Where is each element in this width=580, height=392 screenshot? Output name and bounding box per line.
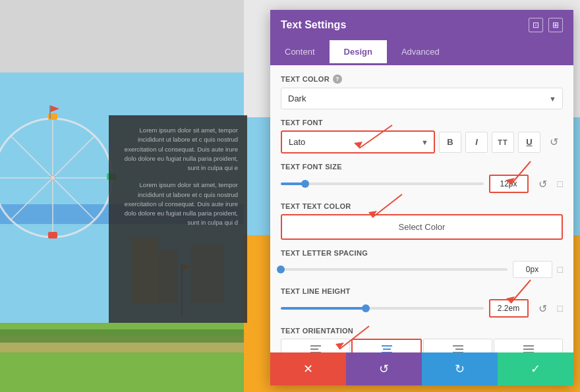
line-height-fill	[281, 307, 366, 310]
letter-spacing-thumb[interactable]	[277, 266, 285, 273]
line-height-track[interactable]	[281, 307, 484, 310]
font-family-select[interactable]: Lato Open Sans Roboto	[281, 130, 435, 154]
line-height-thumb[interactable]	[362, 304, 370, 312]
panel-body: Text Color ? Dark Light Custom ▼ Text Fo…	[270, 65, 573, 352]
bottom-bar: ✕ ↺ ↻ ✓	[270, 352, 573, 385]
text-letter-spacing-label: Text Letter Spacing	[281, 249, 563, 257]
text-line-height-label: Text Line Height	[281, 287, 563, 295]
text-orientation-label: Text Orientation	[281, 327, 563, 335]
svg-rect-25	[382, 345, 392, 347]
letter-spacing-input[interactable]	[513, 261, 552, 278]
text-font-row: Text Font Lato Open Sans Roboto ▼ B I TT…	[281, 119, 563, 154]
svg-rect-32	[523, 349, 534, 350]
text-color-select[interactable]: Dark Light Custom	[281, 88, 563, 109]
font-size-input[interactable]	[489, 175, 529, 193]
line-height-reset-button[interactable]: ↺	[534, 299, 552, 318]
font-size-reset-button[interactable]: ↺	[534, 175, 552, 193]
orient-left-button[interactable]	[281, 339, 350, 352]
svg-rect-14	[49, 105, 51, 119]
panel-header: Text Settings ⊡ ⊞	[270, 10, 573, 40]
svg-rect-26	[383, 349, 391, 350]
panel-header-icons: ⊡ ⊞	[529, 18, 563, 32]
line-height-device-icon[interactable]: □	[558, 303, 563, 314]
text-settings-panel: Text Settings ⊡ ⊞ Content Design Advance…	[270, 10, 573, 385]
uppercase-button[interactable]: TT	[492, 132, 514, 153]
font-size-track[interactable]	[281, 182, 484, 185]
font-select-wrap: Lato Open Sans Roboto ▼	[281, 130, 435, 154]
tabs-bar: Content Design Advanced	[270, 40, 573, 65]
italic-button[interactable]: I	[465, 132, 488, 153]
tab-advanced[interactable]: Advanced	[387, 40, 454, 65]
font-size-slider-row: ↺ □	[281, 175, 563, 193]
dark-card-p2: Lorem ipsum dolor sit amet, tempor incid…	[118, 181, 238, 227]
font-size-thumb[interactable]	[301, 180, 309, 188]
text-font-label: Text Font	[281, 119, 563, 126]
save-button[interactable]: ✓	[498, 352, 573, 385]
letter-spacing-slider-row: □	[281, 261, 563, 278]
fullscreen-icon[interactable]: ⊡	[529, 18, 543, 32]
text-orientation-row: Text Orientation	[281, 327, 563, 352]
text-text-color-label: Text Text Color	[281, 202, 563, 210]
text-color-row: Text Color ? Dark Light Custom ▼	[281, 74, 563, 109]
svg-rect-23	[310, 349, 318, 350]
orient-justify-button[interactable]	[494, 339, 563, 352]
font-reset-button[interactable]: ↺	[544, 133, 563, 152]
letter-spacing-device-icon[interactable]: □	[558, 264, 563, 275]
reset-button[interactable]: ↺	[346, 352, 422, 385]
bg-top	[0, 0, 244, 72]
svg-rect-28	[453, 345, 463, 347]
redo-button[interactable]: ↻	[422, 352, 498, 385]
orient-center-button[interactable]	[351, 339, 422, 352]
dark-card: Lorem ipsum dolor sit amet, tempor incid…	[109, 115, 247, 323]
tab-content[interactable]: Content	[270, 40, 330, 65]
line-height-slider-row: ↺ □	[281, 299, 563, 318]
svg-rect-31	[523, 345, 534, 347]
text-color-label: Text Color ?	[281, 74, 563, 84]
svg-rect-21	[0, 329, 244, 343]
device-icon[interactable]: □	[558, 179, 563, 189]
text-font-size-label: Text Font Size	[281, 163, 563, 171]
layout-icon[interactable]: ⊞	[548, 18, 563, 32]
select-color-button[interactable]: Select Color	[281, 214, 563, 240]
dark-card-p1: Lorem ipsum dolor sit amet, tempor incid…	[118, 126, 238, 173]
text-line-height-row: Text Line Height ↺ □	[281, 287, 563, 318]
letter-spacing-track[interactable]	[281, 268, 508, 271]
cancel-button[interactable]: ✕	[270, 352, 346, 385]
orientation-controls	[281, 339, 563, 352]
text-letter-spacing-row: Text Letter Spacing □	[281, 249, 563, 278]
text-color-help[interactable]: ?	[333, 74, 342, 84]
font-controls: Lato Open Sans Roboto ▼ B I TT U ↺	[281, 130, 563, 154]
underline-button[interactable]: U	[518, 132, 540, 153]
text-font-size-row: Text Font Size ↺ □	[281, 163, 563, 193]
text-color-select-wrap: Dark Light Custom ▼	[281, 88, 563, 109]
bold-button[interactable]: B	[439, 132, 461, 153]
orient-right-button[interactable]	[423, 339, 492, 352]
line-height-input[interactable]	[489, 299, 529, 318]
svg-rect-11	[48, 232, 57, 238]
svg-rect-22	[310, 345, 321, 347]
text-text-color-row: Text Text Color Select Color	[281, 202, 563, 240]
svg-rect-29	[455, 349, 463, 350]
tab-design[interactable]: Design	[330, 40, 387, 65]
panel-title: Text Settings	[281, 19, 346, 31]
